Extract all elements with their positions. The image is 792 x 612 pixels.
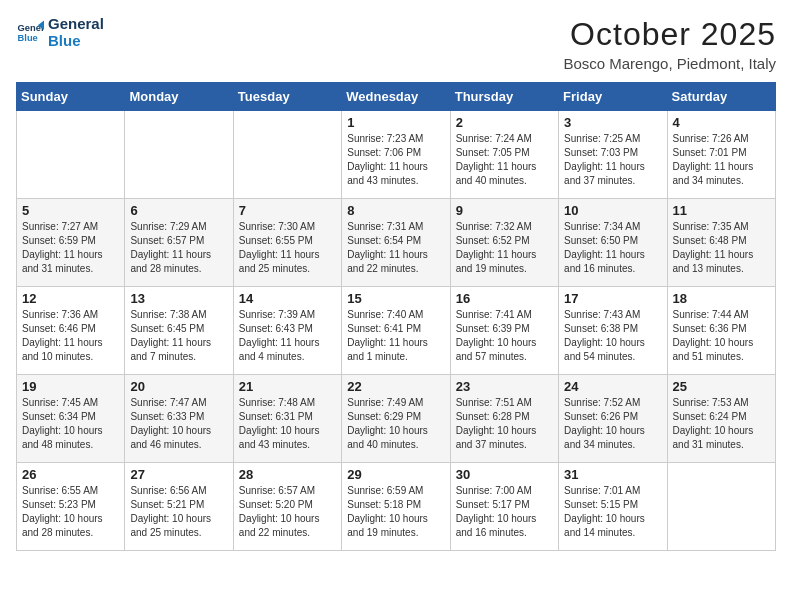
day-info: Sunrise: 7:40 AM Sunset: 6:41 PM Dayligh…	[347, 308, 444, 364]
day-number: 17	[564, 291, 661, 306]
day-number: 23	[456, 379, 553, 394]
day-number: 18	[673, 291, 770, 306]
calendar-week-row: 26Sunrise: 6:55 AM Sunset: 5:23 PM Dayli…	[17, 463, 776, 551]
calendar-cell: 21Sunrise: 7:48 AM Sunset: 6:31 PM Dayli…	[233, 375, 341, 463]
calendar-cell: 14Sunrise: 7:39 AM Sunset: 6:43 PM Dayli…	[233, 287, 341, 375]
day-number: 5	[22, 203, 119, 218]
day-number: 31	[564, 467, 661, 482]
calendar-cell: 8Sunrise: 7:31 AM Sunset: 6:54 PM Daylig…	[342, 199, 450, 287]
calendar-cell: 31Sunrise: 7:01 AM Sunset: 5:15 PM Dayli…	[559, 463, 667, 551]
weekday-header-sunday: Sunday	[17, 83, 125, 111]
calendar-cell: 27Sunrise: 6:56 AM Sunset: 5:21 PM Dayli…	[125, 463, 233, 551]
calendar-cell	[667, 463, 775, 551]
day-info: Sunrise: 7:32 AM Sunset: 6:52 PM Dayligh…	[456, 220, 553, 276]
calendar-week-row: 5Sunrise: 7:27 AM Sunset: 6:59 PM Daylig…	[17, 199, 776, 287]
day-info: Sunrise: 7:31 AM Sunset: 6:54 PM Dayligh…	[347, 220, 444, 276]
day-info: Sunrise: 7:26 AM Sunset: 7:01 PM Dayligh…	[673, 132, 770, 188]
day-info: Sunrise: 7:43 AM Sunset: 6:38 PM Dayligh…	[564, 308, 661, 364]
day-number: 3	[564, 115, 661, 130]
title-section: October 2025 Bosco Marengo, Piedmont, It…	[563, 16, 776, 72]
calendar-week-row: 1Sunrise: 7:23 AM Sunset: 7:06 PM Daylig…	[17, 111, 776, 199]
day-info: Sunrise: 7:38 AM Sunset: 6:45 PM Dayligh…	[130, 308, 227, 364]
weekday-header-row: SundayMondayTuesdayWednesdayThursdayFrid…	[17, 83, 776, 111]
logo-icon: General Blue	[16, 19, 44, 47]
day-number: 14	[239, 291, 336, 306]
calendar-cell	[233, 111, 341, 199]
calendar-week-row: 19Sunrise: 7:45 AM Sunset: 6:34 PM Dayli…	[17, 375, 776, 463]
calendar-cell: 24Sunrise: 7:52 AM Sunset: 6:26 PM Dayli…	[559, 375, 667, 463]
svg-text:Blue: Blue	[18, 32, 38, 42]
calendar-cell: 17Sunrise: 7:43 AM Sunset: 6:38 PM Dayli…	[559, 287, 667, 375]
day-number: 20	[130, 379, 227, 394]
day-number: 11	[673, 203, 770, 218]
day-number: 22	[347, 379, 444, 394]
logo: General Blue General Blue	[16, 16, 104, 49]
day-number: 15	[347, 291, 444, 306]
calendar-week-row: 12Sunrise: 7:36 AM Sunset: 6:46 PM Dayli…	[17, 287, 776, 375]
calendar-cell: 20Sunrise: 7:47 AM Sunset: 6:33 PM Dayli…	[125, 375, 233, 463]
day-info: Sunrise: 7:41 AM Sunset: 6:39 PM Dayligh…	[456, 308, 553, 364]
day-number: 2	[456, 115, 553, 130]
calendar-cell: 25Sunrise: 7:53 AM Sunset: 6:24 PM Dayli…	[667, 375, 775, 463]
day-info: Sunrise: 6:57 AM Sunset: 5:20 PM Dayligh…	[239, 484, 336, 540]
day-number: 19	[22, 379, 119, 394]
day-info: Sunrise: 7:30 AM Sunset: 6:55 PM Dayligh…	[239, 220, 336, 276]
day-number: 10	[564, 203, 661, 218]
day-number: 27	[130, 467, 227, 482]
day-info: Sunrise: 7:45 AM Sunset: 6:34 PM Dayligh…	[22, 396, 119, 452]
calendar-cell: 11Sunrise: 7:35 AM Sunset: 6:48 PM Dayli…	[667, 199, 775, 287]
day-number: 25	[673, 379, 770, 394]
day-number: 30	[456, 467, 553, 482]
calendar-cell: 18Sunrise: 7:44 AM Sunset: 6:36 PM Dayli…	[667, 287, 775, 375]
day-number: 12	[22, 291, 119, 306]
day-info: Sunrise: 7:34 AM Sunset: 6:50 PM Dayligh…	[564, 220, 661, 276]
day-number: 1	[347, 115, 444, 130]
weekday-header-monday: Monday	[125, 83, 233, 111]
day-info: Sunrise: 6:56 AM Sunset: 5:21 PM Dayligh…	[130, 484, 227, 540]
calendar-cell: 13Sunrise: 7:38 AM Sunset: 6:45 PM Dayli…	[125, 287, 233, 375]
calendar-cell: 2Sunrise: 7:24 AM Sunset: 7:05 PM Daylig…	[450, 111, 558, 199]
weekday-header-saturday: Saturday	[667, 83, 775, 111]
calendar-cell: 12Sunrise: 7:36 AM Sunset: 6:46 PM Dayli…	[17, 287, 125, 375]
calendar-cell: 16Sunrise: 7:41 AM Sunset: 6:39 PM Dayli…	[450, 287, 558, 375]
calendar-cell: 3Sunrise: 7:25 AM Sunset: 7:03 PM Daylig…	[559, 111, 667, 199]
day-number: 26	[22, 467, 119, 482]
day-info: Sunrise: 7:24 AM Sunset: 7:05 PM Dayligh…	[456, 132, 553, 188]
day-number: 7	[239, 203, 336, 218]
logo-line1: General	[48, 16, 104, 33]
weekday-header-tuesday: Tuesday	[233, 83, 341, 111]
calendar-cell: 4Sunrise: 7:26 AM Sunset: 7:01 PM Daylig…	[667, 111, 775, 199]
calendar-cell: 6Sunrise: 7:29 AM Sunset: 6:57 PM Daylig…	[125, 199, 233, 287]
calendar-cell: 5Sunrise: 7:27 AM Sunset: 6:59 PM Daylig…	[17, 199, 125, 287]
calendar-cell: 23Sunrise: 7:51 AM Sunset: 6:28 PM Dayli…	[450, 375, 558, 463]
calendar-subtitle: Bosco Marengo, Piedmont, Italy	[563, 55, 776, 72]
day-info: Sunrise: 7:29 AM Sunset: 6:57 PM Dayligh…	[130, 220, 227, 276]
weekday-header-wednesday: Wednesday	[342, 83, 450, 111]
calendar-cell: 30Sunrise: 7:00 AM Sunset: 5:17 PM Dayli…	[450, 463, 558, 551]
day-number: 13	[130, 291, 227, 306]
day-info: Sunrise: 7:27 AM Sunset: 6:59 PM Dayligh…	[22, 220, 119, 276]
day-info: Sunrise: 7:01 AM Sunset: 5:15 PM Dayligh…	[564, 484, 661, 540]
day-info: Sunrise: 7:23 AM Sunset: 7:06 PM Dayligh…	[347, 132, 444, 188]
day-info: Sunrise: 7:44 AM Sunset: 6:36 PM Dayligh…	[673, 308, 770, 364]
day-info: Sunrise: 7:39 AM Sunset: 6:43 PM Dayligh…	[239, 308, 336, 364]
day-number: 8	[347, 203, 444, 218]
calendar-cell	[125, 111, 233, 199]
weekday-header-friday: Friday	[559, 83, 667, 111]
calendar-cell: 9Sunrise: 7:32 AM Sunset: 6:52 PM Daylig…	[450, 199, 558, 287]
day-number: 24	[564, 379, 661, 394]
calendar-cell	[17, 111, 125, 199]
calendar-cell: 10Sunrise: 7:34 AM Sunset: 6:50 PM Dayli…	[559, 199, 667, 287]
day-info: Sunrise: 7:51 AM Sunset: 6:28 PM Dayligh…	[456, 396, 553, 452]
logo-line2: Blue	[48, 33, 104, 50]
calendar-cell: 22Sunrise: 7:49 AM Sunset: 6:29 PM Dayli…	[342, 375, 450, 463]
calendar-cell: 15Sunrise: 7:40 AM Sunset: 6:41 PM Dayli…	[342, 287, 450, 375]
day-info: Sunrise: 7:49 AM Sunset: 6:29 PM Dayligh…	[347, 396, 444, 452]
day-info: Sunrise: 7:52 AM Sunset: 6:26 PM Dayligh…	[564, 396, 661, 452]
day-number: 28	[239, 467, 336, 482]
day-number: 29	[347, 467, 444, 482]
day-number: 21	[239, 379, 336, 394]
calendar-cell: 19Sunrise: 7:45 AM Sunset: 6:34 PM Dayli…	[17, 375, 125, 463]
calendar-cell: 1Sunrise: 7:23 AM Sunset: 7:06 PM Daylig…	[342, 111, 450, 199]
day-info: Sunrise: 7:36 AM Sunset: 6:46 PM Dayligh…	[22, 308, 119, 364]
